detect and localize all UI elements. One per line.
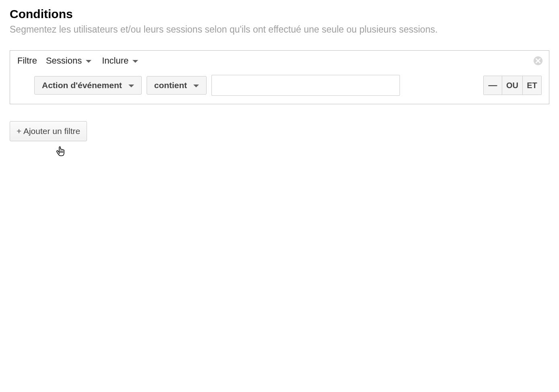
mode-value: Inclure: [102, 56, 128, 66]
filter-label: Filtre: [17, 56, 37, 66]
dimension-dropdown[interactable]: Action d'événement: [34, 76, 142, 95]
page-title: Conditions: [10, 7, 549, 21]
chevron-down-icon: [133, 60, 138, 63]
chevron-down-icon: [128, 85, 134, 87]
and-button[interactable]: ET: [523, 76, 541, 95]
scope-dropdown[interactable]: Sessions: [44, 55, 93, 67]
filter-container: Filtre Sessions Inclure Action d'événeme…: [10, 50, 549, 104]
remove-condition-button[interactable]: —: [484, 76, 502, 95]
chevron-down-icon: [86, 60, 91, 63]
operator-group: — OU ET: [483, 76, 542, 95]
match-value: contient: [154, 80, 187, 90]
condition-value-input[interactable]: [211, 75, 400, 96]
scope-value: Sessions: [46, 56, 82, 66]
filter-condition-row: Action d'événement contient — OU ET: [17, 75, 542, 96]
close-icon: [536, 58, 540, 63]
page-subtitle: Segmentez les utilisateurs et/ou leurs s…: [10, 24, 549, 35]
match-dropdown[interactable]: contient: [147, 76, 207, 95]
filter-header: Filtre Sessions Inclure: [17, 55, 542, 67]
mode-dropdown[interactable]: Inclure: [100, 55, 140, 67]
cursor-pointer-icon: [56, 145, 67, 149]
add-filter-button[interactable]: + Ajouter un filtre: [10, 121, 87, 141]
dimension-value: Action d'événement: [42, 80, 122, 90]
chevron-down-icon: [193, 85, 199, 87]
or-button[interactable]: OU: [502, 76, 523, 95]
add-filter-label: + Ajouter un filtre: [17, 126, 80, 136]
remove-filter-button[interactable]: [534, 56, 542, 65]
